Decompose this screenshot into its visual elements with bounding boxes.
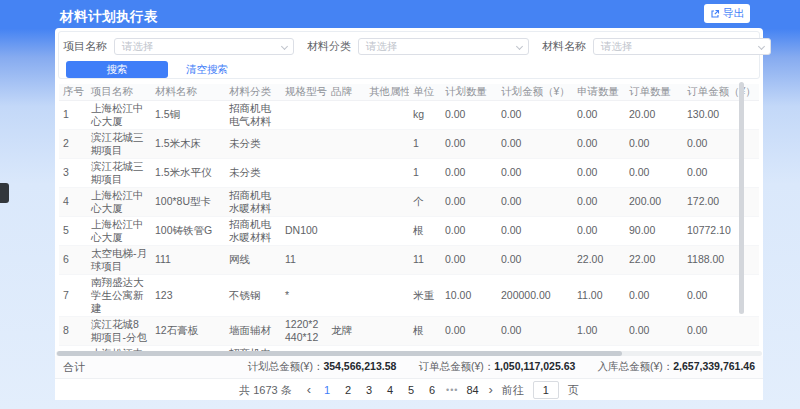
table-cell: 0.00: [441, 100, 497, 129]
goto-suffix: 页: [568, 383, 579, 398]
export-icon: [710, 9, 720, 19]
page-number[interactable]: 4: [383, 384, 397, 396]
table-cell: 招商机电 水暖材料: [225, 187, 281, 216]
table-cell: 0.00: [683, 158, 759, 187]
filter-field-1: 材料分类请选择: [307, 38, 529, 55]
column-header: 订单金额（¥）: [683, 84, 759, 100]
summary-item-label: 订单总金额(¥)：: [418, 360, 494, 372]
goto-label: 前往: [502, 383, 524, 398]
materials-table: 序号项目名称材料名称材料分类规格型号品牌其他属性单位计划数量计划金额（¥）申请数…: [59, 84, 759, 375]
page-numbers: 123456•••84: [320, 384, 479, 396]
total-label: 合计: [63, 360, 85, 375]
filter-actions: 搜索 清空搜索: [66, 61, 228, 78]
table-cell: kg: [409, 100, 441, 129]
table-cell: 上海松江中心大厦: [87, 100, 151, 129]
table-cell: [281, 187, 327, 216]
filter-select[interactable]: 请选择: [358, 38, 529, 55]
table-cell: 滨江花城8期项目-分包: [87, 316, 151, 345]
column-header: 其他属性: [365, 84, 409, 100]
table-cell: 200000.00: [497, 274, 573, 316]
export-button[interactable]: 导出: [704, 4, 750, 23]
table-cell: [327, 187, 365, 216]
summary-item: 计划总金额(¥)：354,566,213.58: [248, 360, 397, 374]
summary-item-value: 1,050,117,025.63: [494, 360, 575, 372]
table-row: 1上海松江中心大厦1.5铜招商机电 电气材料kg0.000.000.0020.0…: [59, 100, 759, 129]
select-placeholder: 请选择: [122, 40, 154, 54]
table-cell: 11: [281, 245, 327, 274]
drawer-handle[interactable]: [0, 183, 9, 203]
search-button[interactable]: 搜索: [66, 61, 168, 78]
table-cell: 111: [151, 245, 225, 274]
table-cell: 0.00: [441, 216, 497, 245]
table-row: 7南翔盛达大学生公寓新建123不锈钢*米重10.00200000.0011.00…: [59, 274, 759, 316]
table-cell: 3: [59, 158, 87, 187]
table-row: 8滨江花城8期项目-分包12石膏板墙面辅材1220*2440*12龙牌根0.00…: [59, 316, 759, 345]
filter-fields-row: 项目名称请选择材料分类请选择材料名称请选择: [63, 38, 755, 55]
table-cell: 0.00: [573, 100, 625, 129]
table-cell: [281, 158, 327, 187]
column-header: 材料分类: [225, 84, 281, 100]
next-page-button[interactable]: ›: [487, 381, 495, 399]
table-cell: 招商机电 电气材料: [225, 100, 281, 129]
page-ellipsis[interactable]: •••: [446, 385, 458, 395]
page-number[interactable]: 6: [425, 384, 439, 396]
table-cell: 0.00: [441, 158, 497, 187]
table-cell: 0.00: [497, 158, 573, 187]
table-cell: 0.00: [573, 158, 625, 187]
chevron-down-icon: [516, 43, 523, 50]
table-cell: 根: [409, 216, 441, 245]
page-number[interactable]: 84: [466, 384, 480, 396]
table-cell: [327, 158, 365, 187]
summary-item-value: 354,566,213.58: [323, 360, 396, 372]
filter-field-0: 项目名称请选择: [63, 38, 294, 55]
table-cell: 100铸铁管G: [151, 216, 225, 245]
vertical-scrollbar[interactable]: [739, 82, 744, 314]
table-cell: 未分类: [225, 158, 281, 187]
table-cell: [365, 245, 409, 274]
table-cell: 1.5铜: [151, 100, 225, 129]
summary-row: 合计 计划总金额(¥)：354,566,213.58订单总金额(¥)：1,050…: [55, 356, 763, 379]
summary-item: 入库总金额(¥)：2,657,339,761.46: [597, 360, 755, 374]
table-cell: 南翔盛达大学生公寓新建: [87, 274, 151, 316]
table-cell: 0.00: [497, 316, 573, 345]
summary-item-label: 计划总金额(¥)：: [248, 360, 324, 372]
table-cell: 0.00: [497, 216, 573, 245]
table-cell: 墙面辅材: [225, 316, 281, 345]
table-cell: 22.00: [625, 245, 683, 274]
filter-label: 项目名称: [63, 39, 107, 54]
table-cell: [365, 100, 409, 129]
table-cell: 1: [59, 100, 87, 129]
filter-select[interactable]: 请选择: [114, 38, 294, 55]
table-cell: 太空电梯-月球项目: [87, 245, 151, 274]
table-cell: 0.00: [497, 245, 573, 274]
table-cell: [327, 245, 365, 274]
page-number[interactable]: 3: [362, 384, 376, 396]
page-number[interactable]: 1: [320, 384, 334, 396]
summary-item-label: 入库总金额(¥)：: [597, 360, 673, 372]
table-cell: 0.00: [497, 100, 573, 129]
table-row: 2滨江花城三期项目1.5米木床未分类10.000.000.000.000.00: [59, 129, 759, 158]
table-cell: 90.00: [625, 216, 683, 245]
table-cell: 6: [59, 245, 87, 274]
page-number[interactable]: 5: [404, 384, 418, 396]
filter-label: 材料名称: [542, 39, 586, 54]
table-cell: 上海松江中心大厦: [87, 216, 151, 245]
table-cell: [281, 129, 327, 158]
pagination: 共 1673 条 ‹ 123456•••84 › 前往 页: [55, 380, 763, 400]
prev-page-button[interactable]: ‹: [305, 381, 313, 399]
table-cell: 0.00: [441, 129, 497, 158]
clear-search-link[interactable]: 清空搜索: [186, 63, 228, 77]
table-cell: 0.00: [625, 274, 683, 316]
filter-select[interactable]: 请选择: [593, 38, 771, 55]
page-number[interactable]: 2: [341, 384, 355, 396]
table-cell: [365, 158, 409, 187]
table-cell: 1.5米木床: [151, 129, 225, 158]
table-cell: 123: [151, 274, 225, 316]
page-title: 材料计划执行表: [60, 8, 158, 26]
goto-page-input[interactable]: [533, 381, 559, 399]
table-cell: 100*8U型卡: [151, 187, 225, 216]
table-cell: 1: [409, 129, 441, 158]
table-cell: 22.00: [573, 245, 625, 274]
table-cell: 200.00: [625, 187, 683, 216]
select-placeholder: 请选择: [366, 40, 398, 54]
